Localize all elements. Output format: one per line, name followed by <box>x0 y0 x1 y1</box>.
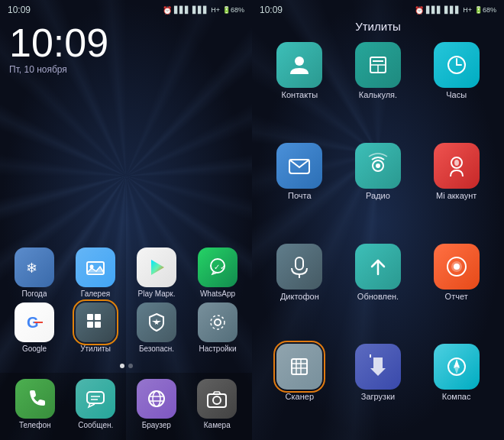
folder-icon-img-compass <box>434 344 480 390</box>
dock-icon-img-messages <box>76 379 115 419</box>
folder-grid: Контакты Калькуля. Часы Почта Радио Mi а… <box>252 39 504 440</box>
dock-icon-img-camera <box>197 379 237 419</box>
folder-app-scanner[interactable]: Сканер <box>264 344 335 437</box>
svg-point-24 <box>295 57 304 66</box>
folder-app-update[interactable]: Обновлен. <box>343 244 414 337</box>
network-icon-r: H+ <box>463 6 472 14</box>
app-label-gallery: Галерея <box>81 290 110 298</box>
folder-app-compass[interactable]: Компас <box>421 344 492 437</box>
folder-label-contacts: Контакты <box>282 90 318 99</box>
folder-icon-img-downloads <box>355 344 401 390</box>
svg-rect-9 <box>95 314 101 320</box>
folder-label-report: Отчет <box>445 292 468 301</box>
folder-label-clock: Часы <box>446 90 467 99</box>
svg-marker-3 <box>151 260 164 275</box>
svg-rect-43 <box>292 359 307 374</box>
dock-icon-camera[interactable]: Камера <box>189 379 247 429</box>
app-label-playstore: Play Марк. <box>138 290 176 298</box>
dock-label-phone: Телефон <box>19 421 50 429</box>
dock-icon-browser[interactable]: Браузер <box>128 379 186 429</box>
svg-rect-10 <box>87 322 93 328</box>
folder-icon-img-clock <box>434 42 480 88</box>
dot-2 <box>128 364 133 368</box>
folder-label-dictophone: Диктофон <box>280 292 319 301</box>
status-icons-right: ⏰ ▋▋▋ ▋▋▋ H+ 🔋68% <box>415 6 496 15</box>
folder-icon-img-update <box>355 244 401 290</box>
folder-icon-img-report <box>434 244 480 290</box>
dock-icon-messages[interactable]: Сообщен. <box>67 379 125 429</box>
folder-app-radio[interactable]: Радио <box>343 143 414 236</box>
folder-icon-img-scanner <box>276 344 322 390</box>
app-icon-img-playstore <box>137 247 176 287</box>
folder-app-mail[interactable]: Почта <box>264 143 335 236</box>
svg-marker-12 <box>152 319 161 325</box>
folder-label-radio: Радио <box>366 191 390 200</box>
app-label-security: Безопасн. <box>139 345 174 353</box>
folder-icon-img-calculator <box>355 42 401 88</box>
signal2-icon-r: ▋▋▋ <box>444 6 460 14</box>
left-screen: 10:09 ⏰ ▋▋▋ ▋▋▋ H+ 🔋68% 10:09 Пт, 10 ноя… <box>0 0 252 440</box>
battery-icon-r: 🔋68% <box>474 6 496 14</box>
folder-label-scanner: Сканер <box>286 392 314 401</box>
app-icon-img-security <box>137 302 176 342</box>
app-label-utilities: Утилиты <box>80 345 111 353</box>
folder-app-report[interactable]: Отчет <box>421 244 492 337</box>
bottom-dock: Телефон Сообщен. Браузер Камера <box>0 373 252 440</box>
dock-label-messages: Сообщен. <box>78 421 113 429</box>
svg-point-34 <box>376 163 380 168</box>
app-icon-playstore[interactable]: Play Марк. <box>128 247 185 298</box>
folder-app-contacts[interactable]: Контакты <box>264 42 335 135</box>
folder-app-clock[interactable]: Часы <box>421 42 492 135</box>
folder-label-compass: Компас <box>442 392 471 401</box>
app-label-whatsapp: WhatsApp <box>200 290 235 298</box>
right-screen: 10:09 ⏰ ▋▋▋ ▋▋▋ H+ 🔋68% Утилиты Контакты… <box>252 0 504 440</box>
clock-time: 10:09 <box>9 23 243 63</box>
app-icon-img-gallery <box>76 247 115 287</box>
app-icon-img-weather: ❄ <box>15 247 54 287</box>
folder-label-calculator: Калькуля. <box>359 90 397 99</box>
status-icons-left: ⏰ ▋▋▋ ▋▋▋ H+ 🔋68% <box>163 6 244 15</box>
svg-rect-8 <box>87 314 93 320</box>
folder-label-downloads: Загрузки <box>361 392 395 401</box>
status-bar-left: 10:09 ⏰ ▋▋▋ ▋▋▋ H+ 🔋68% <box>0 0 252 17</box>
app-icon-google[interactable]: G Google <box>6 302 63 353</box>
svg-point-18 <box>149 391 164 406</box>
app-icon-img-utilities <box>76 302 115 342</box>
folder-icon-img-contacts <box>276 42 322 88</box>
app-label-settings: Настройки <box>199 345 236 353</box>
app-icon-whatsapp[interactable]: ✓✓ WhatsApp <box>189 247 246 298</box>
folder-icon-img-dictophone <box>276 244 322 290</box>
app-grid-left: ❄ Погода Галерея Play Марк. ✓✓ WhatsApp … <box>0 235 252 359</box>
status-time-left: 10:09 <box>8 5 31 15</box>
app-icon-weather[interactable]: ❄ Погода <box>6 247 63 298</box>
svg-point-14 <box>211 315 225 329</box>
app-icon-settings[interactable]: Настройки <box>189 302 246 353</box>
folder-label-mail: Почта <box>288 191 312 200</box>
app-icon-utilities[interactable]: Утилиты <box>67 302 124 353</box>
app-icon-gallery[interactable]: Галерея <box>67 247 124 298</box>
dock-label-camera: Камера <box>204 421 231 429</box>
svg-point-42 <box>454 264 460 270</box>
alarm-icon: ⏰ <box>163 6 172 15</box>
clock-display: 10:09 Пт, 10 ноября <box>0 17 252 75</box>
svg-point-13 <box>215 319 221 325</box>
folder-app-dictophone[interactable]: Диктофон <box>264 244 335 337</box>
folder-icon-img-radio <box>355 143 401 189</box>
folder-label-update: Обновлен. <box>357 292 399 301</box>
folder-app-downloads[interactable]: Загрузки <box>343 344 414 437</box>
folder-app-miaccount[interactable]: Mi аккаунт <box>421 143 492 236</box>
signal2-icon: ▋▋▋ <box>192 6 208 14</box>
dock-icon-img-browser <box>137 379 176 419</box>
dock-icon-phone[interactable]: Телефон <box>6 379 64 429</box>
folder-app-calculator[interactable]: Калькуля. <box>343 42 414 135</box>
svg-point-23 <box>213 396 221 404</box>
signal-icon-r: ▋▋▋ <box>426 6 442 14</box>
clock-date: Пт, 10 ноября <box>9 64 243 75</box>
app-label-weather: Погода <box>22 290 47 298</box>
signal-icon: ▋▋▋ <box>174 6 190 14</box>
app-icon-security[interactable]: Безопасн. <box>128 302 185 353</box>
folder-title: Утилиты <box>252 17 504 39</box>
app-icon-img-google: G <box>15 302 54 342</box>
svg-text:✓✓: ✓✓ <box>214 263 226 271</box>
svg-point-36 <box>454 160 459 166</box>
